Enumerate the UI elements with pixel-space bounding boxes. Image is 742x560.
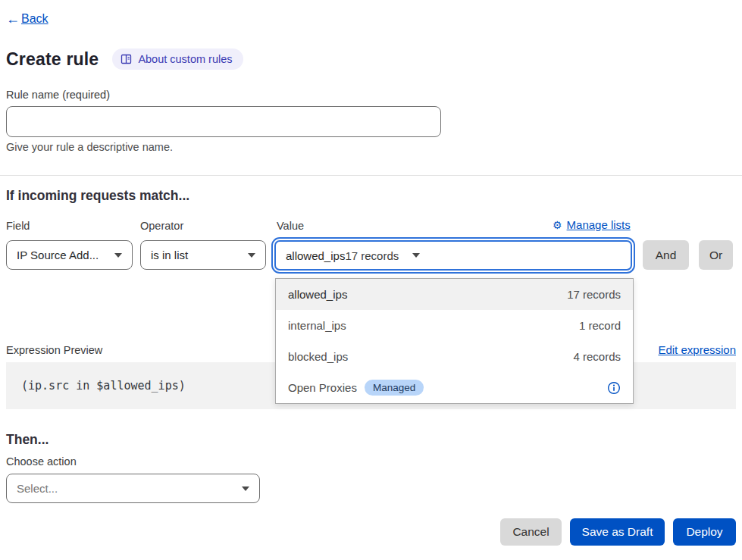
option-name: Open Proxies xyxy=(288,381,357,394)
info-icon[interactable] xyxy=(607,381,621,395)
chevron-down-icon xyxy=(412,253,420,258)
rule-name-label: Rule name (required) xyxy=(6,89,110,101)
value-label: Value xyxy=(277,220,304,232)
about-custom-rules-link[interactable]: About custom rules xyxy=(112,48,243,70)
option-name: blocked_ips xyxy=(288,350,348,363)
rule-name-helper: Give your rule a descriptive name. xyxy=(6,141,173,153)
list-option-blocked-ips[interactable]: blocked_ips 4 records xyxy=(276,341,633,372)
operator-label: Operator xyxy=(140,220,183,232)
about-custom-rules-label: About custom rules xyxy=(138,53,232,65)
gear-icon: ⚙ xyxy=(553,219,562,231)
value-select[interactable]: allowed_ips 17 records xyxy=(274,240,632,271)
page-title: Create rule xyxy=(6,49,99,70)
option-name: internal_ips xyxy=(288,319,346,332)
chevron-down-icon xyxy=(248,253,255,258)
option-record-count: 17 records xyxy=(567,288,621,301)
back-link[interactable]: ←Back xyxy=(6,12,49,26)
save-as-draft-button[interactable]: Save as Draft xyxy=(570,518,665,546)
chevron-down-icon xyxy=(242,486,249,491)
managed-badge: Managed xyxy=(365,380,424,396)
list-option-allowed-ips[interactable]: allowed_ips 17 records xyxy=(276,279,633,310)
operator-select[interactable]: is in list xyxy=(140,240,266,270)
value-select-value: allowed_ips xyxy=(286,249,345,262)
header-row: Create rule About custom rules xyxy=(6,48,243,70)
deploy-button[interactable]: Deploy xyxy=(673,518,736,546)
option-record-count: 4 records xyxy=(573,350,621,363)
operator-select-value: is in list xyxy=(151,249,248,261)
chevron-down-icon xyxy=(114,253,122,258)
section-divider xyxy=(0,175,742,176)
list-option-open-proxies[interactable]: Open Proxies Managed xyxy=(276,372,633,403)
value-select-meta: 17 records xyxy=(345,249,399,262)
choose-action-label: Choose action xyxy=(6,455,77,468)
field-select-value: IP Source Add... xyxy=(17,249,114,261)
value-dropdown-list: allowed_ips 17 records internal_ips 1 re… xyxy=(275,278,634,404)
edit-expression-link[interactable]: Edit expression xyxy=(658,343,736,356)
rule-name-input[interactable] xyxy=(6,106,441,137)
option-record-count: 1 record xyxy=(579,319,621,332)
expression-preview-label: Expression Preview xyxy=(6,344,102,356)
match-section-heading: If incoming requests match... xyxy=(6,188,189,204)
field-label: Field xyxy=(6,220,30,232)
action-select-placeholder: Select... xyxy=(17,482,242,495)
manage-lists-label: Manage lists xyxy=(567,218,631,231)
and-button[interactable]: And xyxy=(643,240,689,270)
list-option-internal-ips[interactable]: internal_ips 1 record xyxy=(276,310,633,341)
cancel-button[interactable]: Cancel xyxy=(500,518,562,546)
then-section-heading: Then... xyxy=(6,432,49,448)
action-select[interactable]: Select... xyxy=(6,474,260,503)
field-select[interactable]: IP Source Add... xyxy=(6,240,133,270)
book-icon xyxy=(121,54,132,64)
or-button[interactable]: Or xyxy=(699,240,733,270)
back-arrow-icon: ← xyxy=(6,12,20,26)
back-link-label: Back xyxy=(21,12,49,26)
manage-lists-link[interactable]: ⚙ Manage lists xyxy=(553,218,631,231)
option-name: allowed_ips xyxy=(288,288,347,301)
expression-code: (ip.src in $allowed_ips) xyxy=(6,379,186,393)
